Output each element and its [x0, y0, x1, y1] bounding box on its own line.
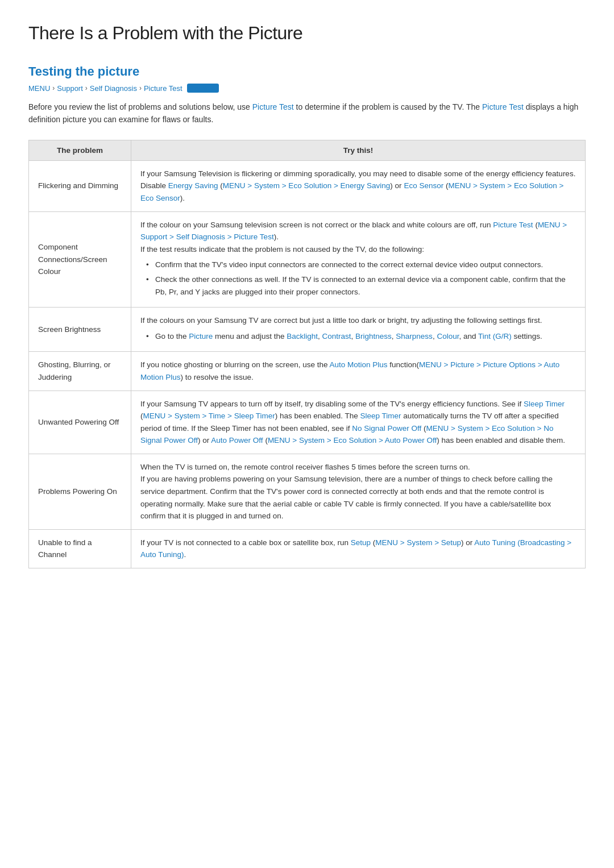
breadcrumb-selfdiag[interactable]: Self Diagnosis	[90, 84, 137, 93]
solution-text: If the colours on your Samsung TV are co…	[131, 308, 586, 352]
problem-label: Flickering and Dimming	[29, 160, 131, 211]
problem-label: Problems Powering On	[29, 454, 131, 529]
table-row: Screen Brightness If the colours on your…	[29, 308, 586, 352]
intro-picture-test-link2[interactable]: Picture Test	[482, 102, 524, 111]
bullet-item: Confirm that the TV's video input connec…	[146, 259, 576, 271]
solution-text: If your Samsung TV appears to turn off b…	[131, 391, 586, 454]
table-row: Component Connections/Screen Colour If t…	[29, 211, 586, 308]
solution-bullets: Confirm that the TV's video input connec…	[140, 259, 576, 298]
breadcrumb-support[interactable]: Support	[57, 84, 83, 93]
section-heading: Testing the picture	[28, 64, 586, 79]
bullet-item: Go to the Picture menu and adjust the Ba…	[146, 330, 576, 343]
bullet-item: Check the other connections as well. If …	[146, 273, 576, 298]
breadcrumb-picturetest[interactable]: Picture Test	[144, 84, 182, 93]
table-row: Flickering and Dimming If your Samsung T…	[29, 160, 586, 211]
solution-text: If you notice ghosting or blurring on th…	[131, 352, 586, 391]
table-row: Ghosting, Blurring, or Juddering If you …	[29, 352, 586, 391]
breadcrumb-sep2: ›	[85, 84, 88, 92]
solution-text: If your TV is not connected to a cable b…	[131, 529, 586, 568]
solution-text: When the TV is turned on, the remote con…	[131, 454, 586, 529]
intro-picture-test-link1[interactable]: Picture Test	[252, 102, 294, 111]
col-problem-header: The problem	[29, 140, 131, 160]
table-row: Unwanted Powering Off If your Samsung TV…	[29, 391, 586, 454]
breadcrumb: MENU › Support › Self Diagnosis › Pictur…	[28, 84, 586, 93]
solution-text: If the colour on your Samsung television…	[131, 211, 586, 308]
problem-table: The problem Try this! Flickering and Dim…	[28, 140, 586, 568]
breadcrumb-menu[interactable]: MENU	[28, 84, 50, 93]
table-row: Problems Powering On When the TV is turn…	[29, 454, 586, 529]
intro-text: Before you review the list of problems a…	[28, 101, 586, 126]
problem-label: Component Connections/Screen Colour	[29, 211, 131, 308]
try-now-badge[interactable]: Try Now	[187, 84, 219, 93]
problem-label: Unable to find a Channel	[29, 529, 131, 568]
page-title: There Is a Problem with the Picture	[28, 23, 586, 44]
problem-label: Unwanted Powering Off	[29, 391, 131, 454]
col-solution-header: Try this!	[131, 140, 586, 160]
breadcrumb-sep3: ›	[139, 84, 142, 92]
problem-label: Screen Brightness	[29, 308, 131, 352]
problem-label: Ghosting, Blurring, or Juddering	[29, 352, 131, 391]
solution-bullets: Go to the Picture menu and adjust the Ba…	[140, 330, 576, 343]
breadcrumb-sep1: ›	[52, 84, 55, 92]
table-row: Unable to find a Channel If your TV is n…	[29, 529, 586, 568]
solution-text: If your Samsung Television is flickering…	[131, 160, 586, 211]
